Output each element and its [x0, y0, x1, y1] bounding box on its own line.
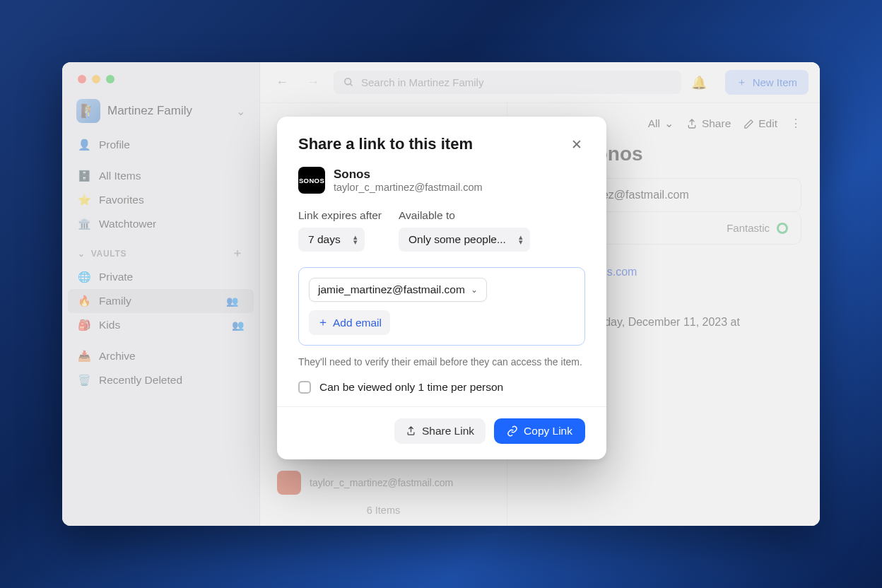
trash-icon: 🗑️	[78, 374, 90, 387]
person-icon: 👤	[78, 139, 90, 151]
vaults-section-header: ⌄ VAULTS ＋	[62, 236, 259, 265]
minimize-window-icon[interactable]	[92, 75, 100, 83]
modal-note: They'll need to verify their email befor…	[298, 355, 585, 370]
forward-button[interactable]: →	[302, 72, 324, 93]
svg-line-1	[350, 83, 352, 86]
window-controls	[62, 62, 259, 83]
campfire-icon: 🔥	[78, 295, 90, 307]
strength-indicator-icon	[777, 223, 788, 234]
copy-link-label: Copy Link	[524, 425, 572, 437]
zoom-window-icon[interactable]	[106, 75, 114, 83]
share-link-label: Share Link	[422, 425, 474, 437]
share-link-button[interactable]: Share Link	[394, 418, 486, 444]
recipient-chip[interactable]: jamie_martinez@fastmail.com ⌄	[309, 278, 487, 302]
sidebar-item-label: Favorites	[99, 194, 144, 206]
sidebar-item-private[interactable]: 🌐 Private	[62, 265, 259, 289]
expires-label: Link expires after	[298, 209, 382, 222]
modal-item-name: Sonos	[334, 167, 483, 182]
kids-icon: 🎒	[78, 319, 90, 331]
list-item-sub: taylor_c_martinez@fastmail.com	[310, 477, 453, 488]
sidebar-item-label: All Items	[99, 170, 141, 182]
chevron-down-icon: ⌄	[471, 285, 478, 295]
share-modal: Share a link to this item ✕ SONOS Sonos …	[277, 117, 606, 459]
sidebar-item-family[interactable]: 🔥 Family 👥	[68, 289, 254, 313]
item-count: 6 Items	[260, 505, 507, 516]
sidebar-item-label: Watchtower	[99, 218, 156, 230]
drawer-icon: 🗄️	[78, 170, 90, 182]
workspace-switcher[interactable]: 🧗 Martinez Family ⌄	[62, 83, 259, 133]
svg-point-0	[345, 78, 351, 85]
star-icon: ⭐	[78, 194, 90, 206]
sidebar: 🧗 Martinez Family ⌄ 👤 Profile 🗄️ All Ite…	[62, 62, 260, 526]
archive-icon: 📥	[78, 350, 90, 363]
available-value: Only some people...	[408, 233, 506, 246]
sidebar-item-all[interactable]: 🗄️ All Items	[62, 164, 259, 188]
share-icon	[406, 425, 416, 436]
people-icon: 👥	[232, 319, 244, 331]
expires-select[interactable]: 7 days ▴▾	[298, 228, 365, 252]
credential-card: nez@fastmail.com	[582, 178, 801, 212]
sidebar-item-archive[interactable]: 📥 Archive	[62, 344, 259, 368]
sidebar-item-label: Archive	[99, 350, 136, 363]
search-input[interactable]: Search in Martinez Family	[334, 71, 681, 94]
sonos-icon: SONOS	[298, 167, 325, 194]
more-menu-icon[interactable]: ⋮	[790, 117, 801, 130]
workspace-avatar-icon: 🧗	[76, 99, 100, 123]
stepper-icon: ▴▾	[519, 235, 523, 245]
sidebar-item-profile[interactable]: 👤 Profile	[62, 133, 259, 157]
sidebar-item-kids[interactable]: 🎒 Kids 👥	[62, 313, 259, 337]
edit-label: Edit	[758, 117, 777, 130]
available-label: Available to	[399, 209, 530, 222]
close-button[interactable]: ✕	[568, 135, 585, 154]
share-button[interactable]: Share	[686, 117, 731, 130]
modal-item-summary: SONOS Sonos taylor_c_martinez@fastmail.c…	[298, 167, 585, 194]
filter-all-dropdown[interactable]: All ⌄	[648, 117, 674, 130]
people-icon: 👥	[226, 295, 238, 307]
new-item-label: New Item	[753, 76, 797, 88]
back-button[interactable]: ←	[271, 72, 293, 93]
item-header: Sonos	[582, 143, 801, 165]
close-window-icon[interactable]	[78, 75, 86, 83]
edit-button[interactable]: Edit	[743, 117, 777, 130]
sidebar-item-label: Private	[99, 271, 133, 283]
sidebar-item-label: Profile	[99, 139, 130, 151]
notification-bell-icon[interactable]: 🔔	[691, 75, 707, 90]
email-recipients-box: jamie_martinez@fastmail.com ⌄ ＋ Add emai…	[298, 267, 585, 346]
website-link[interactable]: sonos.com	[582, 266, 801, 278]
vaults-header-label: VAULTS	[91, 249, 127, 259]
strength-label: Fantastic	[727, 222, 770, 234]
checkbox-icon[interactable]	[298, 381, 311, 394]
sidebar-item-label: Family	[99, 295, 131, 307]
modal-title: Share a link to this item	[298, 135, 568, 153]
sidebar-item-deleted[interactable]: 🗑️ Recently Deleted	[62, 368, 259, 392]
list-item[interactable]: taylor_c_martinez@fastmail.com	[277, 471, 453, 495]
add-email-button[interactable]: ＋ Add email	[309, 310, 390, 335]
topbar: ← → Search in Martinez Family 🔔 ＋ New It…	[260, 62, 820, 103]
pencil-icon	[743, 119, 754, 129]
sidebar-item-favorites[interactable]: ⭐ Favorites	[62, 188, 259, 212]
sidebar-item-label: Kids	[99, 319, 120, 331]
available-select[interactable]: Only some people... ▴▾	[399, 228, 530, 252]
search-icon	[343, 77, 354, 88]
chevron-down-icon: ⌄	[664, 117, 674, 130]
copy-link-button[interactable]: Copy Link	[494, 418, 585, 444]
item-avatar-icon	[277, 471, 301, 495]
share-label: Share	[702, 117, 731, 130]
share-icon	[686, 118, 698, 129]
chevron-down-icon: ⌄	[236, 105, 245, 118]
recipient-email: jamie_martinez@fastmail.com	[318, 283, 465, 296]
new-item-button[interactable]: ＋ New Item	[725, 70, 808, 95]
view-once-row[interactable]: Can be viewed only 1 time per person	[298, 381, 585, 394]
sidebar-item-watchtower[interactable]: 🏛️ Watchtower	[62, 212, 259, 236]
workspace-name: Martinez Family	[107, 104, 229, 118]
link-icon	[507, 425, 518, 437]
add-vault-button[interactable]: ＋	[232, 246, 244, 261]
item-date: Monday, December 11, 2023 at	[582, 314, 801, 331]
sidebar-item-label: Recently Deleted	[99, 374, 182, 387]
filter-label: All	[648, 117, 660, 130]
modal-item-sub: taylor_c_martinez@fastmail.com	[334, 182, 483, 193]
tower-icon: 🏛️	[78, 218, 90, 230]
chevron-down-icon[interactable]: ⌄	[78, 249, 86, 259]
view-once-label: Can be viewed only 1 time per person	[319, 381, 503, 394]
search-placeholder: Search in Martinez Family	[361, 76, 483, 88]
